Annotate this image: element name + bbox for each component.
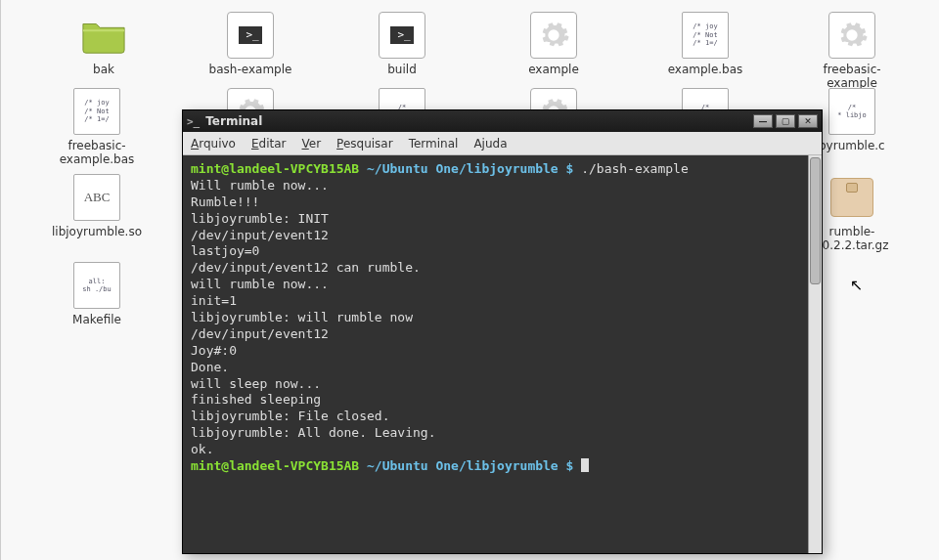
- file-bash-example[interactable]: >_bash-example: [201, 12, 299, 76]
- lib-icon: ABC: [73, 174, 120, 221]
- terminal-window[interactable]: >_ Terminal — ▢ ✕ Arquivo Editar Ver Pes…: [182, 109, 823, 554]
- file-label: libjoyrumble.so: [52, 225, 142, 238]
- menu-help[interactable]: Ajuda: [473, 137, 507, 151]
- file-freebasic-example.bas[interactable]: /* joy /* Not /* 1=/freebasic-example.ba…: [48, 88, 146, 167]
- file-bak[interactable]: bak: [55, 12, 153, 76]
- text-file-icon: /* * libjo: [828, 88, 875, 135]
- text-file-icon: /* joy /* Not /* 1=/: [682, 12, 729, 59]
- file-libjoyrumble.so[interactable]: ABClibjoyrumble.so: [48, 174, 146, 238]
- file-label: bash-example: [209, 63, 292, 76]
- file-label: freebasic-example: [803, 63, 901, 91]
- menubar[interactable]: Arquivo Editar Ver Pesquisar Terminal Aj…: [183, 132, 822, 155]
- terminal-icon: >_: [187, 115, 200, 128]
- file-build[interactable]: >_build: [353, 12, 451, 76]
- file-label: example: [528, 63, 579, 76]
- file-freebasic-example[interactable]: freebasic-example: [803, 12, 901, 91]
- folder-icon: [80, 12, 127, 59]
- menu-file[interactable]: Arquivo: [191, 137, 236, 151]
- text-file-icon: /* joy /* Not /* 1=/: [73, 88, 120, 135]
- file-label: example.bas: [668, 63, 743, 76]
- archive-icon: [828, 174, 875, 221]
- maximize-button[interactable]: ▢: [776, 114, 795, 128]
- menu-terminal[interactable]: Terminal: [409, 137, 459, 151]
- script-icon: >_: [379, 12, 425, 59]
- menu-edit[interactable]: Editar: [251, 137, 287, 151]
- text-file-icon: all: sh ./bu: [73, 262, 120, 309]
- file-example.bas[interactable]: /* joy /* Not /* 1=/example.bas: [656, 12, 754, 76]
- binary-icon: [828, 12, 875, 59]
- file-label: freebasic-example.bas: [48, 139, 146, 167]
- file-example[interactable]: example: [505, 12, 603, 76]
- menu-search[interactable]: Pesquisar: [336, 137, 393, 151]
- file-Makefile[interactable]: all: sh ./buMakefile: [48, 262, 146, 326]
- scrollbar[interactable]: [808, 155, 822, 553]
- binary-icon: [530, 12, 577, 59]
- file-label: Makefile: [72, 313, 121, 326]
- minimize-button[interactable]: —: [753, 114, 773, 128]
- file-label: bak: [93, 63, 114, 76]
- scrollbar-thumb[interactable]: [810, 157, 821, 284]
- window-title: Terminal: [205, 114, 753, 128]
- file-label: oyrumble.c: [819, 139, 884, 152]
- menu-view[interactable]: Ver: [302, 137, 322, 151]
- close-button[interactable]: ✕: [798, 114, 818, 128]
- file-label: build: [387, 63, 417, 76]
- titlebar[interactable]: >_ Terminal — ▢ ✕: [183, 110, 822, 132]
- script-icon: >_: [227, 12, 274, 59]
- terminal-body[interactable]: mint@landeel-VPCYB15AB ~/Ubuntu One/libj…: [183, 155, 808, 553]
